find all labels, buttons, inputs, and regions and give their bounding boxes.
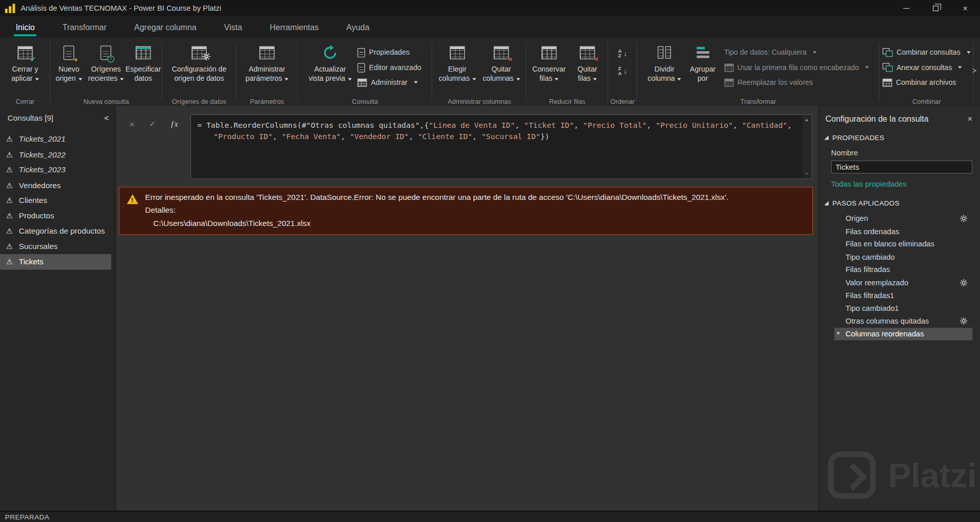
tipo-de-datos-button[interactable]: Tipo de datos: Cualquiera [722,46,872,59]
section-expanded-icon[interactable] [824,135,829,140]
origenes-recientes-button[interactable]: Orígenes recientes [86,41,126,84]
queries-header: Consultas [9] [8,114,54,122]
chevron-down-icon [555,78,558,81]
query-name-input[interactable] [831,161,972,174]
query-item-tickets[interactable]: ⚠Tickets [0,254,111,269]
dividir-columna-button[interactable]: Dividir columna [645,41,684,84]
step-otras-columnas-quitadas[interactable]: Otras columnas quitadas [834,315,972,328]
ribbon-group-combinar: Combinar consultas Anexar consultas Comb… [880,37,974,106]
nuevo-origen-button[interactable]: + Nuevo origen [53,41,85,84]
data-source-settings-icon [191,43,206,62]
formula-commit-icon[interactable]: ✓ [149,119,156,128]
chevron-down-icon [516,78,520,81]
query-item-tickets-2021[interactable]: ⚠Tickets_2021 [0,132,115,147]
group-label-cerrar: Cerrar [0,98,50,105]
recent-sources-icon [101,43,112,62]
editor-avanzado-button[interactable]: Editor avanzado [355,60,424,74]
chevron-down-icon [967,51,970,54]
error-details-label: Detalles: [145,206,729,215]
delete-step-icon[interactable]: × [836,330,840,336]
combinar-consultas-button[interactable]: Combinar consultas [880,46,973,59]
ribbon-group-consulta: Actualizar vista previa Propiedades Edit… [298,37,432,106]
tab-herramientas[interactable]: Herramientas [260,16,329,38]
manage-parameters-icon [259,43,274,62]
close-window-button[interactable]: × [950,0,980,16]
ribbon-tab-bar: Inicio Transformar Agregar columna Vista… [0,16,980,38]
formula-scrollbar[interactable]: ▲ ▼ [802,116,811,178]
query-item-productos[interactable]: ⚠Productos [0,208,115,223]
section-expanded-icon[interactable] [824,201,829,206]
power-query-editor-window: Análisis de Ventas TECNOMAX - Power BI C… [0,0,980,522]
formula-cancel-icon[interactable]: × [129,119,135,129]
combine-files-icon [883,78,892,86]
query-item-vendedores[interactable]: ⚠Vendedores [0,177,115,193]
group-label-filas: Reducir filas [527,98,608,105]
restore-icon [933,5,939,11]
error-message: Error inesperado en la consulta 'Tickets… [145,193,729,201]
especificar-datos-button[interactable]: Especificar datos [127,41,160,84]
administrar-consulta-button[interactable]: Administrar [355,76,424,89]
minimize-button[interactable] [891,0,921,16]
tab-ayuda[interactable]: Ayuda [337,16,379,38]
administrar-parametros-button[interactable]: Administrar parámetros [240,41,294,84]
configuracion-origen-datos-button[interactable]: Configuración de origen de datos [166,41,232,84]
warning-icon: ⚠ [5,196,14,205]
query-item-sucursales[interactable]: ⚠Sucursales [0,239,115,254]
ribbon-overflow-button[interactable]: > [970,66,978,75]
anexar-consultas-button[interactable]: Anexar consultas [880,60,973,74]
properties-section-header: PROPIEDADES [833,133,885,141]
panel-close-icon[interactable]: × [967,114,972,124]
reemplazar-valores-button[interactable]: Reemplazar los valores [722,76,872,89]
sort-ascending-button[interactable]: AZ ↓ [613,47,633,61]
chevron-down-icon [472,78,476,81]
agrupar-por-button[interactable]: Agrupar por [685,41,721,84]
formula-bar[interactable]: = Table.ReorderColumns(#"Otras columnas … [190,114,812,179]
step-filas-filtradas[interactable]: Filas filtradas [834,263,972,276]
group-label-origenes: Orígenes de datos [162,98,236,105]
step-valor-reemplazado[interactable]: Valor reemplazado [834,276,972,289]
step-origen[interactable]: Origen [834,212,972,225]
query-item-clientes[interactable]: ⚠Clientes [0,193,115,208]
tab-transformar[interactable]: Transformar [53,16,116,38]
new-source-icon: + [63,43,74,62]
usar-primera-fila-button[interactable]: Usar la primera fila como encabezado [722,60,872,74]
step-filas-ordenadas[interactable]: Filas ordenadas [834,225,972,238]
arrow-down-icon: ↓ [624,67,627,75]
quitar-filas-button[interactable]: × Quitar filas [570,41,605,84]
elegir-columnas-button[interactable]: Elegir columnas [436,41,478,84]
warning-icon: ⚠ [5,166,14,174]
chevron-down-icon [120,78,123,81]
step-tipo-cambiado[interactable]: Tipo cambiado [834,251,972,263]
quitar-columnas-button[interactable]: × Quitar columnas [480,41,522,84]
step-filas-filtradas1[interactable]: Filas filtradas1 [834,289,972,302]
chevron-down-icon [813,51,816,54]
query-item-categorias[interactable]: ⚠Categorías de productos [0,223,115,239]
combinar-archivos-button[interactable]: Combinar archivos [880,76,973,89]
restore-button[interactable] [921,0,951,16]
collapse-pane-icon[interactable]: < [104,114,109,122]
query-item-tickets-2023[interactable]: ⚠Tickets_2023 [0,163,115,178]
chevron-down-icon [35,78,39,81]
sort-descending-button[interactable]: ZA ↓ [613,64,633,78]
step-columnas-reordenadas[interactable]: × Columnas reordenadas [834,328,972,341]
actualizar-vista-previa-button[interactable]: Actualizar vista previa [306,41,354,84]
ribbon-group-parametros: Administrar parámetros Parámetros [236,37,298,106]
step-settings-gear-icon[interactable] [960,215,968,222]
propiedades-button[interactable]: Propiedades [355,46,424,59]
step-filas-en-blanco-eliminadas[interactable]: Filas en blanco eliminadas [834,238,972,251]
error-details-path: C:\Users\diana\Downloads\Tickets_2021.xl… [145,219,729,228]
all-properties-link[interactable]: Todas las propiedades [819,180,980,189]
close-and-apply-button[interactable]: ✓ Cerrar y aplicar [3,41,48,84]
tab-agregar-columna[interactable]: Agregar columna [125,16,206,38]
tab-vista[interactable]: Vista [214,16,251,38]
advanced-editor-icon [358,63,365,72]
group-label-ordenar: Ordenar [608,98,637,105]
query-item-tickets-2022[interactable]: ⚠Tickets_2022 [0,147,115,163]
status-text: PREPARADA [5,513,50,520]
tab-inicio[interactable]: Inicio [6,16,44,38]
ribbon-group-administrar-columnas: Elegir columnas × Quitar columnas Admini… [432,37,527,106]
step-settings-gear-icon[interactable] [960,317,968,325]
conservar-filas-button[interactable]: Conservar filas [530,41,569,84]
step-tipo-cambiado1[interactable]: Tipo cambiado1 [834,302,972,314]
step-settings-gear-icon[interactable] [960,279,968,286]
